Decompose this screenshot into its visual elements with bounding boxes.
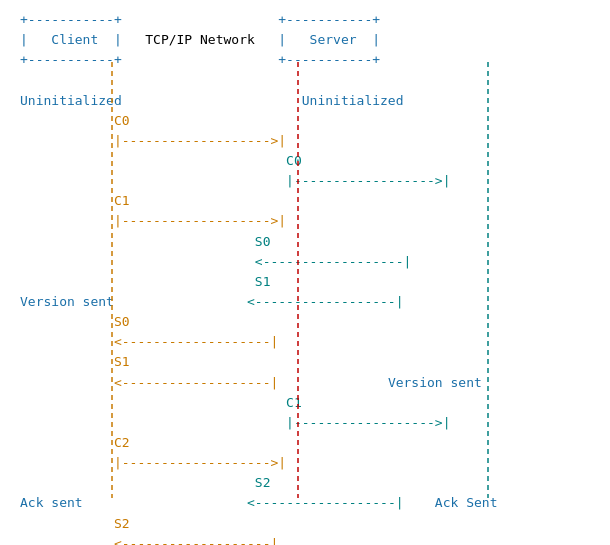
diagram-container: +-----------+ +-----------+ | Client | T… (20, 10, 590, 545)
diagram-text: +-----------+ +-----------+ | Client | T… (20, 10, 590, 545)
